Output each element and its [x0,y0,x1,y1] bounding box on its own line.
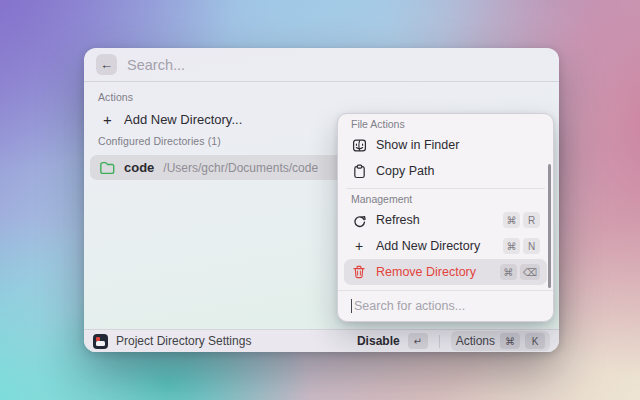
actions-menu-button[interactable]: Actions ⌘ K [451,331,550,351]
management-header: Management [351,192,540,207]
action-search-placeholder: Search for actions... [354,299,465,313]
status-bar: Project Directory Settings Disable ↵ Act… [84,329,559,352]
back-button[interactable]: ← [96,54,117,75]
remove-directory-row[interactable]: Remove Directory ⌘ ⌫ [344,259,547,285]
extension-app-icon [93,334,108,349]
folder-icon [99,160,115,176]
directories-section-header: Configured Directories (1) [98,135,221,147]
action-search-field[interactable]: Search for actions... [338,290,553,321]
show-in-finder-row[interactable]: Show in Finder [344,132,547,158]
plus-icon: + [351,238,367,254]
add-new-directory-label: Add New Directory... [124,112,242,127]
delete-key-icon: ⌫ [520,264,540,280]
k-key-icon: K [525,333,545,349]
search-input[interactable]: Search... [127,57,185,73]
add-new-directory-action-label: Add New Directory [376,239,480,253]
refresh-row[interactable]: Refresh ⌘ R [344,207,547,233]
panel-scrollbar[interactable] [548,164,551,288]
launcher-window: ← Search... Actions + Add New Directory.… [84,48,559,352]
copy-path-label: Copy Path [376,164,434,178]
cmd-key-icon: ⌘ [503,212,520,228]
panel-divider [346,188,545,189]
back-arrow-icon: ← [100,54,113,75]
cmd-key-icon: ⌘ [500,264,517,280]
add-new-directory-action-row[interactable]: + Add New Directory ⌘ N [344,233,547,259]
actions-section-header: Actions [98,91,133,103]
show-in-finder-label: Show in Finder [376,138,459,152]
remove-directory-label: Remove Directory [376,265,476,279]
copy-path-row[interactable]: Copy Path [344,158,547,184]
return-key-icon: ↵ [408,333,428,349]
action-panel: File Actions Show in Finder [337,113,554,322]
directory-name: code [124,160,154,175]
text-caret [351,299,352,313]
primary-action-label[interactable]: Disable [357,334,400,348]
plus-icon: + [100,111,115,128]
directory-path: /Users/gchr/Documents/code [163,161,318,175]
file-actions-header: File Actions [351,117,540,132]
desktop-background: ← Search... Actions + Add New Directory.… [0,0,640,400]
clipboard-icon [351,163,367,179]
actions-menu-label: Actions [456,334,495,348]
extension-title: Project Directory Settings [116,334,251,348]
cmd-key-icon: ⌘ [500,333,520,349]
add-new-directory-row[interactable]: + Add New Directory... [92,106,250,132]
cmd-key-icon: ⌘ [503,238,520,254]
finder-icon [351,137,367,153]
n-key-icon: N [523,238,540,254]
r-key-icon: R [523,212,540,228]
search-header: ← Search... [84,48,559,82]
refresh-icon [351,212,367,228]
refresh-label: Refresh [376,213,420,227]
status-divider [439,335,440,348]
trash-icon [351,264,367,280]
